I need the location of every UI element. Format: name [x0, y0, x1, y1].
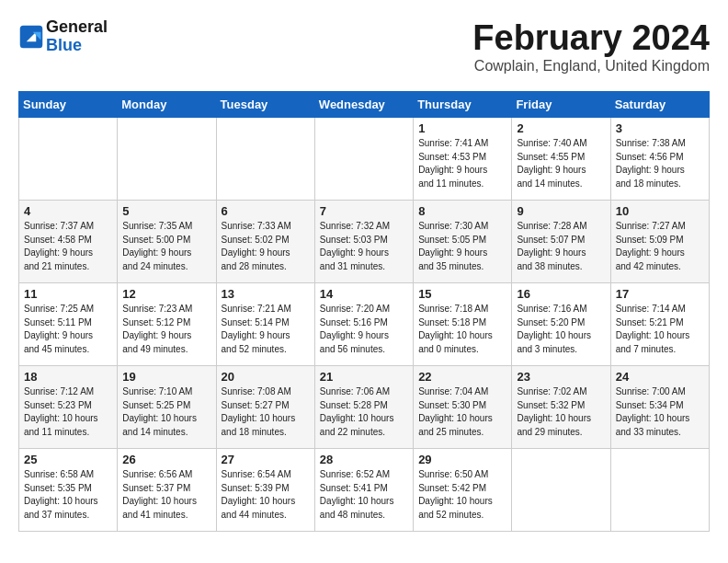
day-info: Sunrise: 7:16 AM Sunset: 5:20 PM Dayligh…: [517, 303, 605, 356]
calendar-cell: 29Sunrise: 6:50 AM Sunset: 5:42 PM Dayli…: [414, 449, 512, 532]
day-number: 7: [320, 204, 408, 218]
day-number: 20: [222, 370, 310, 384]
day-number: 27: [222, 453, 310, 466]
calendar-cell: 9Sunrise: 7:28 AM Sunset: 5:07 PM Daylig…: [512, 201, 610, 283]
day-info: Sunrise: 7:28 AM Sunset: 5:07 PM Dayligh…: [517, 220, 605, 273]
calendar-cell: 21Sunrise: 7:06 AM Sunset: 5:28 PM Dayli…: [314, 366, 413, 449]
day-info: Sunrise: 7:33 AM Sunset: 5:02 PM Dayligh…: [222, 220, 310, 273]
day-info: Sunrise: 6:50 AM Sunset: 5:42 PM Dayligh…: [418, 468, 506, 522]
day-number: 16: [517, 287, 605, 301]
day-info: Sunrise: 6:52 AM Sunset: 5:41 PM Dayligh…: [320, 468, 408, 522]
day-info: Sunrise: 7:06 AM Sunset: 5:28 PM Dayligh…: [320, 385, 408, 439]
location-title: Cowplain, England, United Kingdom: [472, 58, 710, 75]
calendar-cell: 27Sunrise: 6:54 AM Sunset: 5:39 PM Dayli…: [216, 449, 314, 532]
day-info: Sunrise: 7:08 AM Sunset: 5:27 PM Dayligh…: [222, 385, 310, 439]
day-info: Sunrise: 7:10 AM Sunset: 5:25 PM Dayligh…: [122, 385, 210, 439]
day-number: 4: [24, 204, 112, 218]
day-info: Sunrise: 7:04 AM Sunset: 5:30 PM Dayligh…: [418, 385, 506, 439]
day-info: Sunrise: 7:30 AM Sunset: 5:05 PM Dayligh…: [418, 220, 506, 273]
calendar-cell: 26Sunrise: 6:56 AM Sunset: 5:37 PM Dayli…: [118, 449, 216, 532]
weekday-header: Saturday: [610, 92, 709, 118]
day-info: Sunrise: 7:27 AM Sunset: 5:09 PM Dayligh…: [616, 220, 704, 273]
day-info: Sunrise: 6:56 AM Sunset: 5:37 PM Dayligh…: [122, 468, 210, 522]
weekday-header: Thursday: [414, 92, 512, 118]
day-number: 24: [616, 370, 704, 384]
calendar-cell: 17Sunrise: 7:14 AM Sunset: 5:21 PM Dayli…: [610, 283, 709, 366]
calendar-cell: 6Sunrise: 7:33 AM Sunset: 5:02 PM Daylig…: [216, 201, 314, 283]
day-info: Sunrise: 7:18 AM Sunset: 5:18 PM Dayligh…: [418, 303, 506, 356]
calendar-cell: 25Sunrise: 6:58 AM Sunset: 5:35 PM Dayli…: [19, 449, 118, 532]
calendar-cell: 20Sunrise: 7:08 AM Sunset: 5:27 PM Dayli…: [216, 366, 314, 449]
day-info: Sunrise: 7:41 AM Sunset: 4:53 PM Dayligh…: [418, 137, 506, 190]
calendar-cell: 2Sunrise: 7:40 AM Sunset: 4:55 PM Daylig…: [512, 118, 610, 201]
day-info: Sunrise: 7:20 AM Sunset: 5:16 PM Dayligh…: [320, 303, 408, 356]
day-number: 15: [418, 287, 506, 301]
logo-line2: Blue: [46, 37, 108, 55]
calendar-cell: [216, 118, 314, 201]
calendar-cell: [610, 449, 709, 532]
calendar-cell: 5Sunrise: 7:35 AM Sunset: 5:00 PM Daylig…: [118, 201, 216, 283]
logo: General Blue: [18, 18, 108, 55]
calendar-table: SundayMondayTuesdayWednesdayThursdayFrid…: [18, 91, 710, 532]
day-number: 12: [122, 287, 210, 301]
calendar-cell: [512, 449, 610, 532]
calendar-cell: 10Sunrise: 7:27 AM Sunset: 5:09 PM Dayli…: [610, 201, 709, 283]
day-number: 26: [122, 453, 210, 466]
month-title: February 2024: [472, 18, 710, 58]
day-info: Sunrise: 7:25 AM Sunset: 5:11 PM Dayligh…: [24, 303, 112, 356]
day-number: 9: [517, 204, 605, 218]
weekday-header: Tuesday: [216, 92, 314, 118]
day-number: 14: [320, 287, 408, 301]
day-info: Sunrise: 7:38 AM Sunset: 4:56 PM Dayligh…: [616, 137, 704, 190]
day-number: 3: [616, 121, 704, 135]
day-info: Sunrise: 7:21 AM Sunset: 5:14 PM Dayligh…: [222, 303, 310, 356]
day-info: Sunrise: 6:54 AM Sunset: 5:39 PM Dayligh…: [222, 468, 310, 522]
day-number: 13: [222, 287, 310, 301]
weekday-header: Sunday: [19, 92, 118, 118]
calendar-cell: 8Sunrise: 7:30 AM Sunset: 5:05 PM Daylig…: [414, 201, 512, 283]
logo-icon: [18, 24, 44, 50]
day-info: Sunrise: 6:58 AM Sunset: 5:35 PM Dayligh…: [24, 468, 112, 522]
day-number: 23: [517, 370, 605, 384]
day-info: Sunrise: 7:40 AM Sunset: 4:55 PM Dayligh…: [517, 137, 605, 190]
weekday-header: Wednesday: [314, 92, 413, 118]
calendar-cell: [118, 118, 216, 201]
calendar-cell: 15Sunrise: 7:18 AM Sunset: 5:18 PM Dayli…: [414, 283, 512, 366]
day-number: 8: [418, 204, 506, 218]
day-number: 2: [517, 121, 605, 135]
weekday-header: Friday: [512, 92, 610, 118]
day-number: 6: [222, 204, 310, 218]
logo-line1: General: [46, 18, 108, 37]
day-number: 28: [320, 453, 408, 466]
calendar-cell: 16Sunrise: 7:16 AM Sunset: 5:20 PM Dayli…: [512, 283, 610, 366]
calendar-cell: 11Sunrise: 7:25 AM Sunset: 5:11 PM Dayli…: [19, 283, 118, 366]
day-number: 1: [418, 121, 506, 135]
day-number: 11: [24, 287, 112, 301]
calendar-cell: 22Sunrise: 7:04 AM Sunset: 5:30 PM Dayli…: [414, 366, 512, 449]
calendar-cell: 12Sunrise: 7:23 AM Sunset: 5:12 PM Dayli…: [118, 283, 216, 366]
day-info: Sunrise: 7:23 AM Sunset: 5:12 PM Dayligh…: [122, 303, 210, 356]
day-number: 18: [24, 370, 112, 384]
calendar-cell: 1Sunrise: 7:41 AM Sunset: 4:53 PM Daylig…: [414, 118, 512, 201]
calendar-cell: [314, 118, 413, 201]
calendar-cell: [19, 118, 118, 201]
day-info: Sunrise: 7:12 AM Sunset: 5:23 PM Dayligh…: [24, 385, 112, 439]
calendar-cell: 3Sunrise: 7:38 AM Sunset: 4:56 PM Daylig…: [610, 118, 709, 201]
calendar-cell: 4Sunrise: 7:37 AM Sunset: 4:58 PM Daylig…: [19, 201, 118, 283]
calendar-cell: 24Sunrise: 7:00 AM Sunset: 5:34 PM Dayli…: [610, 366, 709, 449]
day-info: Sunrise: 7:14 AM Sunset: 5:21 PM Dayligh…: [616, 303, 704, 356]
day-info: Sunrise: 7:00 AM Sunset: 5:34 PM Dayligh…: [616, 385, 704, 439]
day-info: Sunrise: 7:02 AM Sunset: 5:32 PM Dayligh…: [517, 385, 605, 439]
day-number: 21: [320, 370, 408, 384]
calendar-cell: 13Sunrise: 7:21 AM Sunset: 5:14 PM Dayli…: [216, 283, 314, 366]
day-number: 29: [418, 453, 506, 466]
calendar-cell: 7Sunrise: 7:32 AM Sunset: 5:03 PM Daylig…: [314, 201, 413, 283]
day-number: 10: [616, 204, 704, 218]
weekday-header: Monday: [118, 92, 216, 118]
day-number: 25: [24, 453, 112, 466]
calendar-cell: 14Sunrise: 7:20 AM Sunset: 5:16 PM Dayli…: [314, 283, 413, 366]
day-info: Sunrise: 7:35 AM Sunset: 5:00 PM Dayligh…: [122, 220, 210, 273]
day-info: Sunrise: 7:37 AM Sunset: 4:58 PM Dayligh…: [24, 220, 112, 273]
calendar-cell: 28Sunrise: 6:52 AM Sunset: 5:41 PM Dayli…: [314, 449, 413, 532]
calendar-cell: 18Sunrise: 7:12 AM Sunset: 5:23 PM Dayli…: [19, 366, 118, 449]
